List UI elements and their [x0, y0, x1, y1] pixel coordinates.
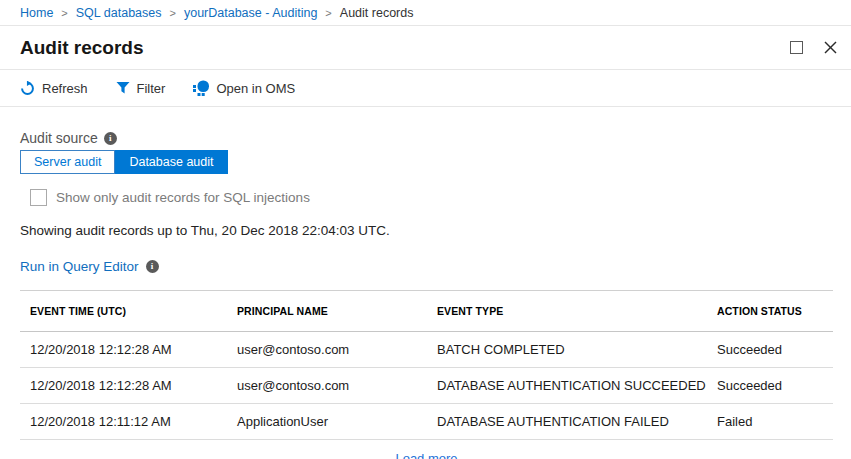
breadcrumb-database-auditing[interactable]: yourDatabase - Auditing [184, 6, 317, 20]
blade-header: Audit records [0, 26, 851, 70]
column-header-principal-name: PRINCIPAL NAME [227, 291, 427, 332]
refresh-icon [20, 81, 35, 96]
breadcrumb-separator: > [61, 7, 67, 19]
audit-source-label: Audit source [20, 130, 98, 146]
breadcrumb: Home > SQL databases > yourDatabase - Au… [0, 0, 851, 26]
column-header-action-status: ACTION STATUS [707, 291, 833, 332]
breadcrumb-audit-records: Audit records [340, 6, 414, 20]
run-in-query-editor-link[interactable]: Run in Query Editor [20, 259, 139, 274]
column-header-event-type: EVENT TYPE [427, 291, 707, 332]
audit-records-table: EVENT TIME (UTC) PRINCIPAL NAME EVENT TY… [20, 290, 833, 440]
records-status-text: Showing audit records up to Thu, 20 Dec … [20, 223, 833, 238]
table-row[interactable]: 12/20/2018 12:11:12 AM ApplicationUser D… [20, 404, 833, 440]
oms-icon [193, 80, 209, 96]
command-bar: Refresh Filter Open in OMS [0, 70, 851, 107]
event-type-cell: DATABASE AUTHENTICATION SUCCEEDED [427, 368, 707, 404]
principal-name-cell: ApplicationUser [227, 404, 427, 440]
principal-name-cell: user@contoso.com [227, 368, 427, 404]
action-status-cell: Succeeded [707, 368, 833, 404]
table-header-row: EVENT TIME (UTC) PRINCIPAL NAME EVENT TY… [20, 291, 833, 332]
breadcrumb-separator: > [325, 7, 331, 19]
info-icon[interactable]: i [104, 132, 117, 145]
filter-label: Filter [137, 81, 166, 96]
sql-injections-checkbox[interactable] [30, 189, 47, 206]
blade-content: Audit source i Server audit Database aud… [0, 130, 851, 459]
event-time-cell: 12/20/2018 12:11:12 AM [20, 404, 227, 440]
column-header-event-time: EVENT TIME (UTC) [20, 291, 227, 332]
table-row[interactable]: 12/20/2018 12:12:28 AM user@contoso.com … [20, 368, 833, 404]
database-audit-toggle[interactable]: Database audit [115, 150, 227, 174]
event-type-cell: BATCH COMPLETED [427, 332, 707, 368]
filter-icon [116, 81, 130, 95]
breadcrumb-sql-databases[interactable]: SQL databases [76, 6, 162, 20]
filter-button[interactable]: Filter [116, 81, 166, 96]
breadcrumb-separator: > [170, 7, 176, 19]
open-in-oms-label: Open in OMS [216, 81, 295, 96]
action-status-cell: Succeeded [707, 332, 833, 368]
action-status-cell: Failed [707, 404, 833, 440]
info-icon[interactable]: i [146, 260, 159, 273]
server-audit-toggle[interactable]: Server audit [20, 150, 115, 174]
breadcrumb-home[interactable]: Home [20, 6, 53, 20]
close-icon[interactable] [824, 41, 837, 54]
audit-source-toggle: Server audit Database audit [20, 150, 228, 174]
table-row[interactable]: 12/20/2018 12:12:28 AM user@contoso.com … [20, 332, 833, 368]
event-time-cell: 12/20/2018 12:12:28 AM [20, 368, 227, 404]
event-time-cell: 12/20/2018 12:12:28 AM [20, 332, 227, 368]
sql-injections-checkbox-label: Show only audit records for SQL injectio… [56, 190, 310, 205]
event-type-cell: DATABASE AUTHENTICATION FAILED [427, 404, 707, 440]
load-more-link[interactable]: Load more [395, 451, 457, 459]
refresh-button[interactable]: Refresh [20, 81, 88, 96]
refresh-label: Refresh [42, 81, 88, 96]
page-title: Audit records [20, 37, 144, 59]
open-in-oms-button[interactable]: Open in OMS [193, 80, 295, 96]
maximize-icon[interactable] [790, 41, 803, 54]
principal-name-cell: user@contoso.com [227, 332, 427, 368]
